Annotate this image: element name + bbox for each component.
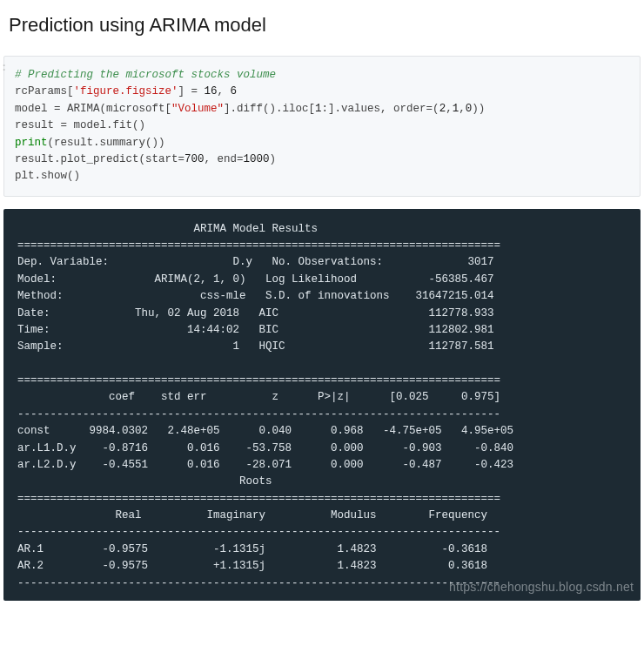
code-builtin: print [15, 137, 48, 149]
output-row: Dep. Variable: D.y No. Observations: 301… [17, 256, 494, 268]
code-string: "Volume" [171, 103, 224, 115]
watermark: https://chehongshu.blog.csdn.net [449, 578, 634, 597]
code-text: , [446, 103, 453, 115]
code-text: ] = [178, 85, 205, 98]
output-sep: ========================================… [17, 374, 500, 387]
code-text: ) [270, 153, 277, 165]
code-text: result = model.fit() [15, 119, 145, 131]
output-row: AR.2 -0.9575 +1.1315j 1.4823 0.3618 [17, 560, 487, 572]
code-text: , [218, 85, 231, 98]
code-text: :].values, order=( [322, 103, 439, 115]
code-number: 1000 [244, 153, 270, 165]
code-number: 16 [205, 85, 218, 98]
code-number: 700 [184, 153, 205, 165]
output-row: AR.1 -0.9575 -1.1315j 1.4823 -0.3618 [17, 543, 487, 555]
code-text: ].diff().iloc[ [224, 103, 315, 115]
code-text: model = ARIMA(microsoft[ [15, 103, 171, 115]
code-text: rcParams[ [15, 85, 74, 98]
output-row: ar.L2.D.y -0.4551 0.016 -28.071 0.000 -0… [17, 459, 513, 471]
output-row: ar.L1.D.y -0.8716 0.016 -53.758 0.000 -0… [17, 442, 513, 454]
section-title: Prediction using ARIMA model [3, 9, 641, 52]
output-sep: ========================================… [17, 493, 500, 505]
output-row: Time: 14:44:02 BIC 112802.981 [17, 324, 494, 336]
output-header: coef std err z P>|z| [0.025 0.975] [17, 391, 500, 403]
output-subtitle: Roots [17, 475, 500, 488]
code-text: result.plot_predict(start= [15, 153, 184, 165]
code-text: , [459, 103, 466, 115]
output-sep: ----------------------------------------… [17, 577, 500, 589]
code-string: 'figure.figsize' [74, 85, 178, 98]
output-row: const 9984.0302 2.48e+05 0.040 0.968 -4.… [17, 425, 513, 437]
output-header: Real Imaginary Modulus Frequency [17, 509, 487, 522]
output-title: ARIMA Model Results [17, 223, 500, 235]
output-row: Method: css-mle S.D. of innovations 3164… [17, 290, 494, 302]
code-comment: # Predicting the microsoft stocks volume [15, 69, 276, 81]
output-block: ARIMA Model Results ====================… [3, 209, 641, 601]
output-row: Date: Thu, 02 Aug 2018 AIC 112778.933 [17, 307, 494, 320]
code-text: plt.show() [15, 170, 80, 182]
code-text: , end= [205, 153, 244, 165]
code-block: # Predicting the microsoft stocks volume… [3, 56, 641, 197]
code-number: 6 [231, 85, 238, 98]
output-sep: ----------------------------------------… [17, 526, 500, 538]
code-number: 1 [315, 103, 322, 115]
code-text: )) [472, 103, 485, 115]
code-text: (result.summary()) [48, 137, 165, 149]
code-number: 2 [439, 103, 446, 115]
output-sep: ========================================… [17, 239, 500, 252]
cell-gutter-colon: : [1, 61, 7, 73]
output-row: Sample: 1 HQIC 112787.581 [17, 340, 494, 353]
output-row: Model: ARIMA(2, 1, 0) Log Likelihood -56… [17, 273, 494, 286]
output-sep: ----------------------------------------… [17, 408, 500, 421]
